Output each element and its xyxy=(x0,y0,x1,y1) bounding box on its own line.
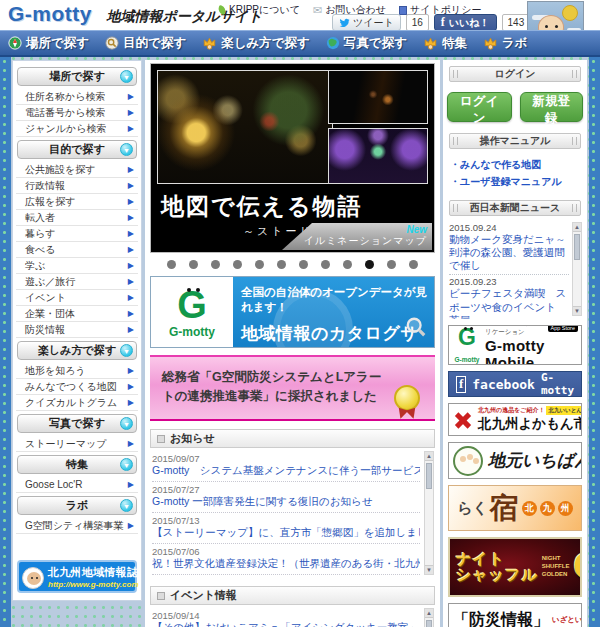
sidebar-item[interactable]: 企業・団体▶ xyxy=(16,306,138,322)
scrollbar[interactable]: ▲ ▼ xyxy=(424,451,434,575)
nav-item-lab[interactable]: ラボ xyxy=(483,35,528,52)
carousel-dot[interactable] xyxy=(189,260,198,269)
sidebar-item[interactable]: 公共施設を探す▶ xyxy=(16,162,138,178)
collapse-toggle-icon[interactable]: ▼ xyxy=(120,344,133,357)
carousel-dot[interactable] xyxy=(255,260,264,269)
carousel-dot[interactable] xyxy=(365,260,374,269)
scroll-up-icon[interactable]: ▲ xyxy=(425,452,433,461)
sidebar-item[interactable]: 遊ぶ／旅行▶ xyxy=(16,274,138,290)
bousai-info-banner[interactable]: 「防災情報」 いざという時のために！ xyxy=(448,603,582,627)
sidebar-item[interactable]: 防災情報▶ xyxy=(16,322,138,338)
scroll-down-icon[interactable]: ▼ xyxy=(573,306,581,315)
carousel-dot[interactable] xyxy=(299,260,308,269)
badge-url: http://www.g-motty.com xyxy=(48,580,133,589)
event-link[interactable]: 【その他】おけいこアミュ「アイシングクッキー教室」【10月24日】 xyxy=(152,621,420,627)
notice-link[interactable]: 祝！世界文化遺産登録決定！（世界遺産のある街・北九州市） xyxy=(152,557,420,571)
sidebar-item[interactable]: みんなでつくる地図▶ xyxy=(16,379,138,395)
news-link[interactable]: 動物メーク変身だニャ～ 到津の森公園、愛護週間で催し xyxy=(449,233,569,272)
carousel-dot[interactable] xyxy=(409,260,418,269)
crown-icon xyxy=(483,36,498,50)
scroll-down-icon[interactable]: ▼ xyxy=(425,565,433,574)
like-count: 143 xyxy=(502,14,531,31)
rakuyado-banner[interactable]: らく 宿 北 九 州 xyxy=(448,485,582,531)
mail-icon: ✉ xyxy=(313,5,322,15)
carousel-dot[interactable] xyxy=(167,260,176,269)
notice-date: 2015/07/06 xyxy=(152,546,420,557)
sidebar-item[interactable]: Goose Loc'R▶ xyxy=(16,477,138,493)
link-about-kripp[interactable]: KRIPPについて xyxy=(218,3,300,17)
scroll-thumb[interactable] xyxy=(426,620,432,627)
carousel-dot[interactable] xyxy=(233,260,242,269)
manual-link-register[interactable]: ユーザ登録マニュアル xyxy=(450,173,580,190)
sidebar-item[interactable]: 暮らす▶ xyxy=(16,226,138,242)
catalog-banner[interactable]: G G-motty 全国の自治体のオープンデータが見れます！ 地域情報のカタログ… xyxy=(150,276,435,348)
night-shuffle-banner[interactable]: ナイト シャッフル NIGHT SHUFFLE GOLDEN G xyxy=(448,537,582,597)
sidebar-item[interactable]: 学ぶ▶ xyxy=(16,258,138,274)
sidebar-section-place[interactable]: 場所で探す▼ xyxy=(17,67,137,86)
jimoto-ichiban-banner[interactable]: 地元いちばん xyxy=(448,442,582,479)
sidebar-item[interactable]: イベント▶ xyxy=(16,290,138,306)
arrow-right-icon: ▶ xyxy=(128,181,134,190)
facebook-like-button[interactable]: f いいね！ xyxy=(434,14,497,31)
notice-link[interactable]: G-motty システム基盤メンテナンスに伴う一部サービス停止について xyxy=(152,464,420,478)
notice-link[interactable]: 【ストーリーマップ】に、直方市「惣郷図」を追加しました。 xyxy=(152,526,420,540)
nav-item-enjoy[interactable]: 楽しみ方で探す xyxy=(202,35,310,52)
collapse-toggle-icon[interactable]: ▼ xyxy=(120,458,133,471)
nav-item-purpose[interactable]: 目的で探す xyxy=(105,35,186,52)
events-list: 2015/09/14 【その他】おけいこアミュ「アイシングクッキー教室」【10月… xyxy=(150,605,435,627)
login-button[interactable]: ログイン xyxy=(447,92,512,122)
nav-item-photo[interactable]: 写真で探す xyxy=(326,35,407,52)
scroll-up-icon[interactable]: ▲ xyxy=(573,223,581,232)
site-logo[interactable]: G-motty xyxy=(8,2,92,25)
sidebar-item[interactable]: 広報を探す▶ xyxy=(16,194,138,210)
collapse-toggle-icon[interactable]: ▼ xyxy=(120,417,133,430)
leaf-icon xyxy=(217,5,227,15)
news-link[interactable]: ビーチフェスタ満喫 スポーツや食のイベント 芦屋 xyxy=(449,287,569,319)
saitaku-banner[interactable]: 総務省「G空間防災システムとLアラートの連携推進事業」に採択されました xyxy=(150,355,435,421)
sidebar-item[interactable]: ジャンルから検索▶ xyxy=(16,121,138,137)
scrollbar[interactable]: ▲ ▼ xyxy=(572,222,582,316)
arrow-right-icon: ▶ xyxy=(128,480,134,489)
sidebar-section-lab[interactable]: ラボ▼ xyxy=(17,496,137,515)
sidebar-item[interactable]: 住所名称から検索▶ xyxy=(16,89,138,105)
scroll-up-icon[interactable]: ▲ xyxy=(425,609,433,618)
facebook-banner[interactable]: f facebook G-motty xyxy=(448,371,582,397)
manual-link-map[interactable]: みんなで作る地図 xyxy=(450,156,580,173)
sidebar-item[interactable]: 食べる▶ xyxy=(16,242,138,258)
sidebar-item[interactable]: ストーリーマップ▶ xyxy=(16,436,138,452)
nav-item-feature[interactable]: 特集 xyxy=(423,35,467,52)
scrollbar[interactable]: ▲ ▼ xyxy=(424,608,434,627)
carousel-dot[interactable] xyxy=(277,260,286,269)
hero-carousel[interactable]: 地図で伝える物語 ～ストーリーマップ～ New イルミネーションマップ xyxy=(150,63,435,253)
event-date: 2015/09/14 xyxy=(152,610,420,621)
notice-link[interactable]: G-motty 一部障害発生に関する復旧のお知らせ xyxy=(152,495,420,509)
carousel-dot[interactable] xyxy=(343,260,352,269)
nav-item-place[interactable]: 場所で探す xyxy=(8,35,89,52)
yokamon-market-banner[interactable]: 北九州の逸品をご紹介！ 北九いいとん大集合 北九州よかもん市場 xyxy=(448,403,582,436)
scroll-thumb[interactable] xyxy=(426,463,432,489)
collapse-toggle-icon[interactable]: ▼ xyxy=(120,70,133,83)
carousel-dot[interactable] xyxy=(211,260,220,269)
bullet-icon xyxy=(157,592,165,600)
sidebar-section-purpose[interactable]: 目的で探す▼ xyxy=(17,140,137,159)
manual-links: みんなで作る地図 ユーザ登録マニュアル xyxy=(447,152,583,197)
collapse-toggle-icon[interactable]: ▼ xyxy=(120,143,133,156)
sidebar-item[interactable]: 転入者▶ xyxy=(16,210,138,226)
collapse-toggle-icon[interactable]: ▼ xyxy=(120,499,133,512)
sidebar-item[interactable]: 地形を知ろう▶ xyxy=(16,363,138,379)
tweet-button[interactable]: ツイート xyxy=(332,14,401,31)
sidebar-section-enjoy[interactable]: 楽しみ方で探す▼ xyxy=(17,341,137,360)
sidebar-item[interactable]: G空間シティ構築事業▶ xyxy=(16,518,138,534)
carousel-dot[interactable] xyxy=(321,260,330,269)
kitakyushu-magazine-badge[interactable]: 北九州地域情報誌 http://www.g-motty.com xyxy=(17,560,137,593)
sidebar-item[interactable]: 行政情報▶ xyxy=(16,178,138,194)
sidebar-item[interactable]: クイズカルトグラム▶ xyxy=(16,395,138,411)
register-button[interactable]: 新規登録 xyxy=(520,92,583,122)
g-motty-mobile-banner[interactable]: G G-motty 地域情報を探すアプリケーション App Store G-mo… xyxy=(448,325,582,365)
scroll-thumb[interactable] xyxy=(574,234,580,260)
sidebar-item[interactable]: 電話番号から検索▶ xyxy=(16,105,138,121)
carousel-dot[interactable] xyxy=(387,260,396,269)
sidebar-section-photo[interactable]: 写真で探す▼ xyxy=(17,414,137,433)
sidebar-menu: 場所で探す▼住所名称から検索▶電話番号から検索▶ジャンルから検索▶目的で探す▼公… xyxy=(16,67,138,534)
sidebar-section-feature[interactable]: 特集▼ xyxy=(17,455,137,474)
